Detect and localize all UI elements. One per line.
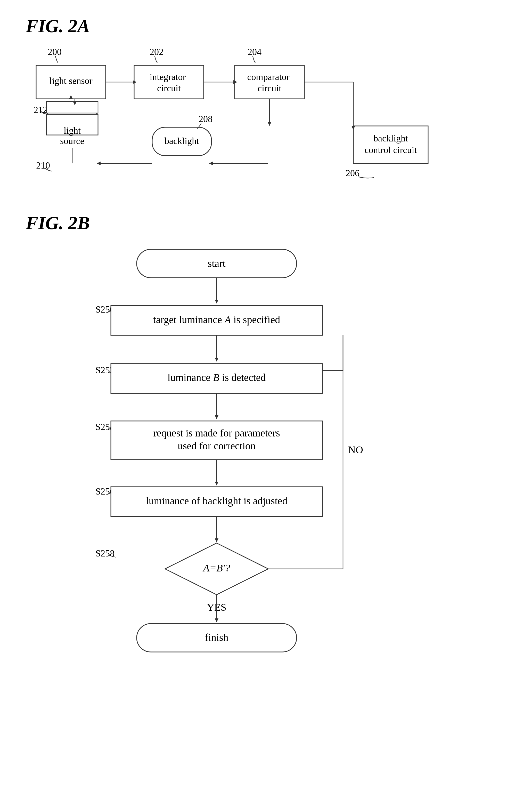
arrowhead-s5 bbox=[215, 538, 218, 542]
light-source-text1: light bbox=[64, 125, 81, 136]
light-source-text2: source bbox=[60, 136, 84, 146]
arrowhead-s1 bbox=[215, 300, 218, 304]
s258-label: S258 bbox=[95, 548, 114, 558]
start-text: start bbox=[208, 258, 226, 269]
ref200-label: 200 bbox=[48, 47, 61, 57]
arrowhead-s3 bbox=[215, 415, 218, 419]
fig2b-diagram: start S250 target luminance A is specifi… bbox=[21, 242, 511, 812]
diamond-text: A=B′? bbox=[202, 562, 230, 574]
luminance-b-text: luminance B is detected bbox=[168, 372, 266, 383]
fig2b-svg: start S250 target luminance A is specifi… bbox=[72, 242, 433, 812]
ref210-label: 210 bbox=[36, 160, 50, 171]
ref200-arrow bbox=[55, 56, 58, 63]
page: FIG. 2A 200 202 204 light sensor integra… bbox=[0, 0, 523, 812]
backlight-ctrl-text1: backlight bbox=[374, 133, 408, 143]
arrowhead-3 bbox=[268, 122, 271, 126]
finish-text: finish bbox=[205, 632, 228, 643]
no-label: NO bbox=[348, 444, 363, 455]
small-box bbox=[47, 101, 98, 113]
ref206-arrow bbox=[359, 177, 374, 178]
integrator-box bbox=[134, 65, 204, 99]
fig2a-title: FIG. 2A bbox=[21, 16, 502, 37]
fig2a-svg: 200 202 204 light sensor integrator circ… bbox=[21, 42, 511, 202]
arrowhead-4 bbox=[209, 161, 213, 165]
light-sensor-text: light sensor bbox=[50, 75, 93, 86]
arrowhead-s2 bbox=[215, 358, 218, 362]
fig2a-diagram: 200 202 204 light sensor integrator circ… bbox=[21, 42, 511, 197]
fig2b-title: FIG. 2B bbox=[21, 212, 502, 234]
arrowhead-s4 bbox=[215, 482, 218, 485]
backlight-ctrl-text2: control circuit bbox=[365, 145, 417, 155]
request-params-text2: used for correction bbox=[178, 440, 256, 452]
ref204-arrow bbox=[253, 56, 255, 63]
arrowhead-yes bbox=[215, 618, 218, 622]
ref204-label: 204 bbox=[248, 47, 262, 57]
target-luminance-text: target luminance A is specified bbox=[153, 314, 280, 326]
ref206-label: 206 bbox=[346, 168, 360, 178]
ref202-label: 202 bbox=[149, 47, 163, 57]
arrowhead-5 bbox=[97, 161, 101, 165]
backlight-text: backlight bbox=[164, 136, 199, 146]
request-params-text1: request is made for parameters bbox=[154, 427, 280, 439]
comparator-box bbox=[235, 65, 304, 99]
ref208-label: 208 bbox=[199, 114, 213, 124]
ref202-arrow bbox=[155, 56, 157, 63]
luminance-adjusted-text: luminance of backlight is adjusted bbox=[146, 495, 288, 507]
